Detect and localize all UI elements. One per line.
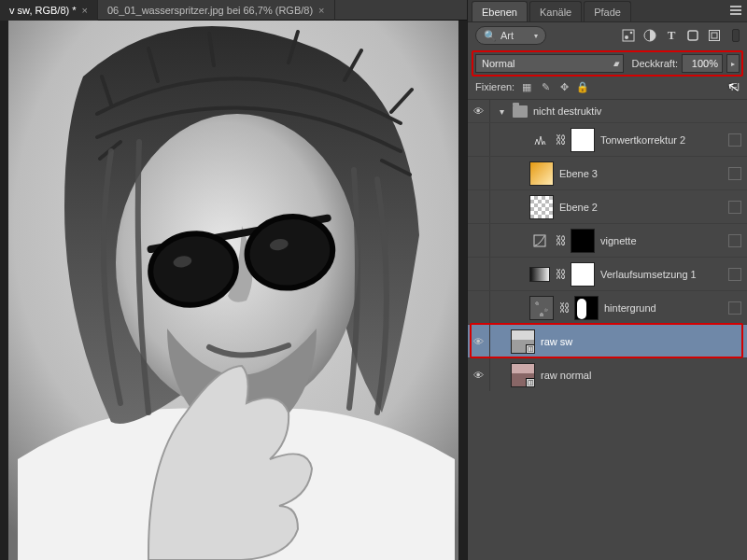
link-icon[interactable]: ⛓ [556, 268, 565, 281]
adjustment-icon[interactable] [643, 29, 656, 42]
layer-name[interactable]: raw normal [541, 370, 741, 381]
link-icon[interactable]: ⛓ [556, 234, 565, 247]
layer-thumbnail[interactable] [529, 195, 554, 219]
lock-label: Fixieren: [475, 81, 514, 92]
shape-icon[interactable] [686, 29, 699, 42]
smart-object-icon[interactable] [708, 29, 721, 42]
layer-extra-icon[interactable] [728, 301, 741, 315]
link-icon[interactable]: ⛓ [556, 133, 565, 147]
layer-name[interactable]: vignette [600, 235, 723, 246]
layer-row[interactable]: 👁 ⛓ hintergrund [468, 290, 747, 324]
opacity-value[interactable]: 100% [682, 54, 723, 73]
close-icon[interactable]: × [82, 0, 88, 21]
opacity-label: Deckkraft: [631, 58, 678, 69]
visibility-toggle[interactable]: 👁 [468, 100, 490, 122]
layer-filter-label: Art [500, 30, 514, 41]
tab-kanaele[interactable]: Kanäle [529, 1, 582, 21]
lock-all-icon[interactable]: 🔒 [576, 80, 589, 93]
layer-row[interactable]: 👁 ⛓ Verlaufsumsetzung 1 [468, 257, 747, 290]
svg-rect-12 [710, 31, 720, 41]
group-name[interactable]: nicht destruktiv [533, 105, 741, 117]
filter-toggle[interactable] [732, 29, 740, 42]
document-canvas[interactable] [0, 21, 467, 560]
blend-mode-value: Normal [482, 58, 514, 69]
mask-thumbnail[interactable] [571, 128, 595, 152]
disclosure-triangle-icon[interactable]: ▾ [496, 106, 507, 117]
layer-filter-kind[interactable]: 🔍 Art ▾ [475, 26, 546, 45]
panel-tab-strip: Ebenen Kanäle Pfade [468, 0, 747, 22]
layers-list: 👁 ▾ nicht destruktiv 👁 ⛓ Tonwertkorrektu… [468, 99, 747, 560]
layer-thumbnail[interactable] [529, 161, 554, 186]
layer-row[interactable]: 👁 ◫ raw sw [468, 324, 747, 357]
chevron-updown-icon: ▴▾ [613, 59, 617, 68]
document-tab-strip: v sw, RGB/8) * × 06_01_wasserspritzer.jp… [0, 0, 467, 21]
tab-pfade[interactable]: Pfade [584, 1, 631, 21]
layer-extra-icon[interactable] [728, 268, 741, 281]
pixel-filter-icon[interactable] [622, 29, 635, 42]
layer-name[interactable]: Ebene 3 [559, 168, 723, 179]
opacity-dropdown-icon[interactable]: ▸ [726, 54, 740, 73]
visibility-toggle[interactable]: 👁 [468, 291, 490, 324]
layers-panel: Ebenen Kanäle Pfade 🔍 Art ▾ T Normal ▴▾ … [467, 0, 747, 560]
layer-filter-row: 🔍 Art ▾ T [468, 22, 747, 49]
gradmap-icon [529, 267, 550, 282]
type-icon[interactable]: T [665, 29, 678, 42]
lock-move-icon[interactable]: ✥ [557, 80, 571, 93]
blend-mode-select[interactable]: Normal ▴▾ [475, 54, 624, 73]
close-icon[interactable]: × [318, 0, 324, 21]
layer-extra-icon[interactable] [728, 234, 741, 247]
svg-point-8 [625, 35, 628, 39]
visibility-toggle[interactable]: 👁 [468, 190, 490, 223]
layer-extra-icon[interactable] [728, 167, 741, 180]
visibility-toggle[interactable]: 👁 [468, 358, 490, 391]
layer-name[interactable]: raw sw [541, 336, 741, 347]
mask-thumbnail[interactable] [571, 262, 595, 287]
layer-row[interactable]: 👁 ⛓ vignette [468, 223, 747, 257]
layer-row[interactable]: 👁 ⛓ Tonwertkorrektur 2 [468, 122, 747, 156]
chevron-down-icon: ▾ [534, 32, 538, 40]
svg-rect-7 [623, 30, 634, 41]
layer-thumbnail[interactable] [529, 296, 554, 320]
svg-rect-11 [688, 31, 698, 40]
layer-row[interactable]: 👁 ◫ raw normal [468, 357, 747, 391]
search-icon: 🔍 [484, 30, 497, 42]
link-icon[interactable]: ⛓ [559, 301, 569, 315]
layer-row[interactable]: 👁 Ebene 3 [468, 156, 747, 189]
layer-row[interactable]: 👁 Ebene 2 [468, 189, 747, 223]
folder-icon [513, 105, 528, 118]
layer-group-row[interactable]: 👁 ▾ nicht destruktiv [468, 100, 747, 122]
visibility-toggle[interactable]: 👁 [468, 224, 490, 257]
visibility-toggle[interactable]: 👁 [468, 123, 490, 156]
layer-thumbnail[interactable]: ◫ [511, 329, 535, 354]
svg-rect-13 [712, 33, 717, 38]
levels-icon [529, 130, 550, 150]
lock-paint-icon[interactable]: ✎ [539, 80, 552, 93]
smart-object-badge-icon: ◫ [526, 344, 535, 354]
lock-row: Fixieren: ▦ ✎ ✥ 🔒 Fl ↖ [468, 78, 747, 99]
visibility-toggle[interactable]: 👁 [468, 258, 490, 290]
document-tab-label: 06_01_wasserspritzer.jpg bei 66,7% (RGB/… [107, 0, 313, 21]
document-tab[interactable]: v sw, RGB/8) * × [0, 0, 98, 21]
layer-name[interactable]: Ebene 2 [559, 202, 723, 213]
layer-name[interactable]: Verlaufsumsetzung 1 [600, 269, 723, 280]
mask-thumbnail[interactable] [574, 296, 599, 320]
lock-transparency-icon[interactable]: ▦ [520, 80, 533, 93]
smart-object-badge-icon: ◫ [526, 378, 535, 387]
tab-ebenen[interactable]: Ebenen [472, 1, 528, 21]
layer-extra-icon[interactable] [728, 133, 741, 147]
svg-point-9 [630, 32, 633, 35]
visibility-toggle[interactable]: 👁 [468, 325, 490, 357]
mask-thumbnail[interactable] [571, 229, 595, 253]
visibility-toggle[interactable]: 👁 [468, 157, 490, 189]
layer-name[interactable]: Tonwertkorrektur 2 [600, 134, 723, 146]
layer-extra-icon[interactable] [728, 201, 741, 214]
canvas-image [8, 21, 458, 560]
panel-menu-icon[interactable] [726, 2, 745, 19]
document-tab-label: v sw, RGB/8) * [9, 0, 77, 21]
layer-name[interactable]: hintergrund [604, 302, 723, 314]
curves-icon [529, 231, 550, 251]
blend-opacity-row: Normal ▴▾ Deckkraft: 100% ▸ [468, 49, 747, 78]
layer-thumbnail[interactable]: ◫ [511, 363, 535, 387]
document-tab[interactable]: 06_01_wasserspritzer.jpg bei 66,7% (RGB/… [98, 0, 335, 21]
